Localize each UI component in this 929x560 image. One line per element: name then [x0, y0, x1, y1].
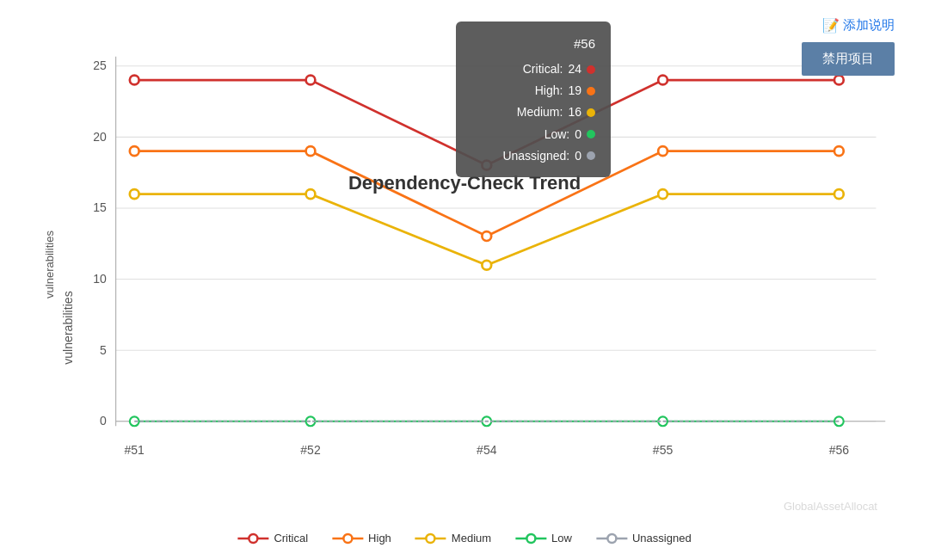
note-icon: 📝 [822, 17, 840, 34]
y-axis-label: vulnerabilities [43, 231, 56, 298]
high-point-52[interactable] [306, 146, 316, 156]
tooltip-medium-value: 16 [568, 102, 581, 123]
tooltip-low-row: Low: 0 [471, 124, 595, 145]
svg-text:#55: #55 [653, 443, 674, 457]
svg-text:0: 0 [100, 414, 107, 428]
tooltip-high-label: High: [535, 80, 563, 102]
svg-point-26 [526, 534, 535, 543]
tooltip-critical-value: 24 [568, 58, 581, 80]
high-dot [587, 87, 595, 95]
legend-critical: Critical [237, 532, 308, 545]
add-note-link[interactable]: 📝 添加说明 [822, 17, 895, 34]
legend-unassigned: Unassigned [596, 532, 692, 545]
medium-dot [587, 108, 595, 117]
tooltip-high-row: High: 19 [471, 80, 595, 102]
chart-legend: Critical High Medium Low [237, 532, 691, 545]
svg-text:#56: #56 [829, 443, 850, 457]
page-wrapper: 📝 添加说明 禁用项目 #56 Critical: 24 High: 19 Me… [0, 0, 929, 560]
medium-point-54[interactable] [482, 261, 491, 270]
tooltip-unassigned-value: 0 [575, 145, 581, 167]
legend-medium: Medium [415, 532, 491, 545]
unassigned-dot [587, 151, 595, 160]
tooltip-critical-label: Critical: [523, 58, 563, 80]
critical-point-51[interactable] [130, 76, 139, 85]
tooltip-unassigned-row: Unassigned: 0 [471, 145, 595, 167]
tooltip-low-label: Low: [544, 124, 570, 145]
svg-point-22 [343, 534, 352, 543]
tooltip-low-value: 0 [575, 124, 581, 145]
svg-point-28 [607, 534, 616, 543]
critical-point-52[interactable] [306, 76, 316, 85]
critical-point-55[interactable] [658, 76, 668, 85]
tooltip-medium-label: Medium: [517, 102, 563, 123]
tooltip-high-value: 19 [568, 80, 581, 102]
high-point-51[interactable] [130, 146, 139, 156]
svg-text:25: 25 [93, 58, 107, 72]
legend-low: Low [515, 532, 572, 545]
add-note-label: 添加说明 [843, 17, 895, 34]
high-point-55[interactable] [658, 146, 668, 156]
low-dot [587, 130, 595, 138]
disable-button[interactable]: 禁用项目 [802, 42, 895, 76]
medium-point-56[interactable] [834, 189, 844, 199]
tooltip-medium-row: Medium: 16 [471, 102, 595, 123]
svg-text:20: 20 [93, 130, 107, 144]
svg-point-20 [249, 534, 257, 543]
legend-high: High [332, 532, 391, 545]
medium-point-52[interactable] [306, 189, 316, 199]
tooltip: #56 Critical: 24 High: 19 Medium: 16 Low… [456, 22, 611, 177]
svg-text:10: 10 [93, 272, 107, 286]
watermark: GlobalAssetAllocat [784, 500, 877, 513]
high-point-54[interactable] [482, 231, 491, 241]
critical-dot [587, 65, 595, 74]
y-label-svg: vulnerabilities [61, 291, 75, 365]
tooltip-critical-row: Critical: 24 [471, 58, 595, 80]
medium-point-51[interactable] [130, 189, 139, 199]
svg-text:15: 15 [93, 200, 107, 214]
svg-text:5: 5 [100, 342, 107, 356]
svg-text:#52: #52 [300, 443, 321, 457]
high-point-56[interactable] [834, 146, 844, 156]
tooltip-unassigned-label: Unassigned: [502, 145, 569, 167]
svg-text:#51: #51 [125, 443, 145, 457]
tooltip-title: #56 [471, 32, 595, 55]
critical-point-56[interactable] [834, 76, 844, 85]
svg-point-24 [427, 534, 435, 543]
svg-text:#54: #54 [477, 443, 497, 457]
medium-point-55[interactable] [658, 189, 668, 199]
top-actions: 📝 添加说明 禁用项目 [802, 17, 895, 76]
